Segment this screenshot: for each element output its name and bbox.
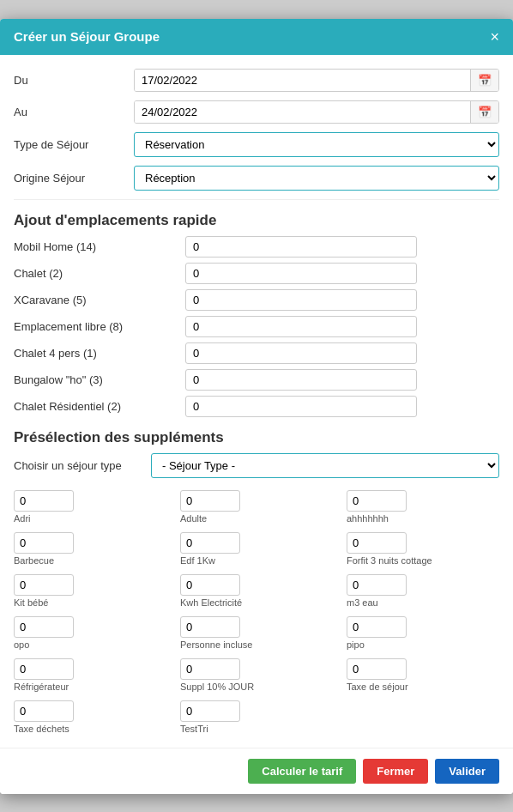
supplement-item: Réfrigérateur [14,658,166,692]
calculer-button[interactable]: Calculer le tarif [248,759,356,784]
supplement-input[interactable] [14,616,74,638]
supplement-label: Réfrigérateur [14,682,166,692]
supplement-label: m3 eau [347,597,499,608]
origine-sejour-select[interactable]: Réception Internet Téléphone [134,166,499,191]
emplacement-input[interactable] [185,316,417,337]
sejour-type-row: Choisir un séjour type - Séjour Type - [14,453,499,478]
emplacement-input[interactable] [185,263,417,284]
emplacement-input[interactable] [185,289,417,311]
supplement-label: Kwh Electricité [180,597,333,608]
modal-footer: Calculer le tarif Fermer Valider [0,748,513,794]
supplement-item: Taxe de séjour [347,658,499,692]
supplement-item: Edf 1Kw [180,532,333,566]
supplement-label: Suppl 10% JOUR [180,682,333,692]
emplacement-input[interactable] [185,396,417,417]
supplement-input[interactable] [180,532,240,554]
emplacement-label: Bungalow "ho" (3) [14,373,185,386]
supplement-label: opo [14,639,166,650]
emplacement-input[interactable] [185,342,417,364]
create-group-stay-modal: Créer un Séjour Groupe × Du 📅 Au 📅 Type … [0,19,513,794]
supplement-label: Barbecue [14,555,166,566]
supplement-label: Taxe de séjour [347,682,499,692]
supplement-input[interactable] [14,490,74,512]
supplement-item: TestTri [180,700,333,734]
sejour-type-label: Choisir un séjour type [14,459,151,472]
supplement-label: Personne incluse [180,639,333,650]
du-calendar-icon[interactable]: 📅 [470,70,498,91]
au-input-group: 📅 [134,100,499,124]
au-calendar-icon[interactable]: 📅 [470,101,498,123]
supplement-item: Kit bébé [14,574,166,608]
close-button[interactable]: × [490,29,499,45]
supplement-item: Kwh Electricité [180,574,333,608]
supplement-input[interactable] [180,658,240,680]
emplacement-label: Chalet Résidentiel (2) [14,400,185,413]
preselection-title: Présélection des suppléments [14,429,499,446]
supplement-input[interactable] [14,532,74,554]
supplement-label: Adulte [180,513,333,524]
type-sejour-row: Type de Séjour Réservation Option Contra… [14,132,499,157]
ajout-title: Ajout d'emplacements rapide [14,212,499,229]
type-sejour-select[interactable]: Réservation Option Contrat [134,132,499,157]
emplacement-row: Chalet (2) [14,263,499,284]
supplement-item: opo [14,616,166,650]
supplement-input[interactable] [180,616,240,638]
supplement-label: Adri [14,513,166,524]
emplacement-row: Chalet 4 pers (1) [14,342,499,364]
supplement-input[interactable] [14,574,74,596]
supplement-input[interactable] [180,700,240,722]
au-label: Au [14,106,134,118]
emplacement-label: Chalet 4 pers (1) [14,347,185,360]
supplement-item: pipo [347,616,499,650]
supplement-item: Barbecue [14,532,166,566]
emplacement-label: Emplacement libre (8) [14,320,185,333]
au-input[interactable] [135,101,470,123]
supplement-item: Taxe déchets [14,700,166,734]
emplacement-row: Chalet Résidentiel (2) [14,396,499,417]
emplacement-row: Emplacement libre (8) [14,316,499,337]
supplement-label: pipo [347,639,499,650]
modal-body: Du 📅 Au 📅 Type de Séjour Réservation Opt… [0,55,513,748]
supplement-input[interactable] [347,616,407,638]
supplement-label: Edf 1Kw [180,555,333,566]
supplement-input[interactable] [180,490,240,512]
du-input-group: 📅 [134,69,499,92]
supplement-item: Adulte [180,490,333,524]
du-label: Du [14,74,134,87]
supplement-input[interactable] [347,490,407,512]
supplement-item: Adri [14,490,166,524]
modal-title: Créer un Séjour Groupe [14,29,160,44]
emplacement-row: Mobil Home (14) [14,236,499,258]
supplement-label: Taxe déchets [14,724,166,734]
du-input[interactable] [135,70,470,91]
supplement-item: Suppl 10% JOUR [180,658,333,692]
emplacement-label: XCaravane (5) [14,294,185,306]
supplement-label: ahhhhhhh [347,513,499,524]
emplacement-input[interactable] [185,236,417,258]
origine-sejour-row: Origine Séjour Réception Internet Téléph… [14,166,499,191]
supplement-label: Kit bébé [14,597,166,608]
supplements-grid: Adri Adulte ahhhhhhh Barbecue Edf 1Kw Fo… [14,490,499,734]
supplement-input[interactable] [347,574,407,596]
supplement-label: TestTri [180,724,333,734]
fermer-button[interactable]: Fermer [363,759,428,784]
emplacement-input[interactable] [185,369,417,391]
supplement-label: Forfit 3 nuits cottage [347,555,499,566]
supplement-item: ahhhhhhh [347,490,499,524]
supplement-item: Forfit 3 nuits cottage [347,532,499,566]
supplement-input[interactable] [347,658,407,680]
valider-button[interactable]: Valider [435,759,499,784]
supplement-input[interactable] [14,700,74,722]
supplement-input[interactable] [180,574,240,596]
emplacement-row: Bungalow "ho" (3) [14,369,499,391]
supplement-item: Personne incluse [180,616,333,650]
modal-header: Créer un Séjour Groupe × [0,19,513,55]
supplement-item: m3 eau [347,574,499,608]
supplement-input[interactable] [14,658,74,680]
emplacement-label: Mobil Home (14) [14,240,185,253]
supplement-input[interactable] [347,532,407,554]
au-row: Au 📅 [14,100,499,124]
sejour-type-select[interactable]: - Séjour Type - [151,453,499,478]
emplacement-label: Chalet (2) [14,267,185,280]
origine-sejour-label: Origine Séjour [14,172,134,185]
